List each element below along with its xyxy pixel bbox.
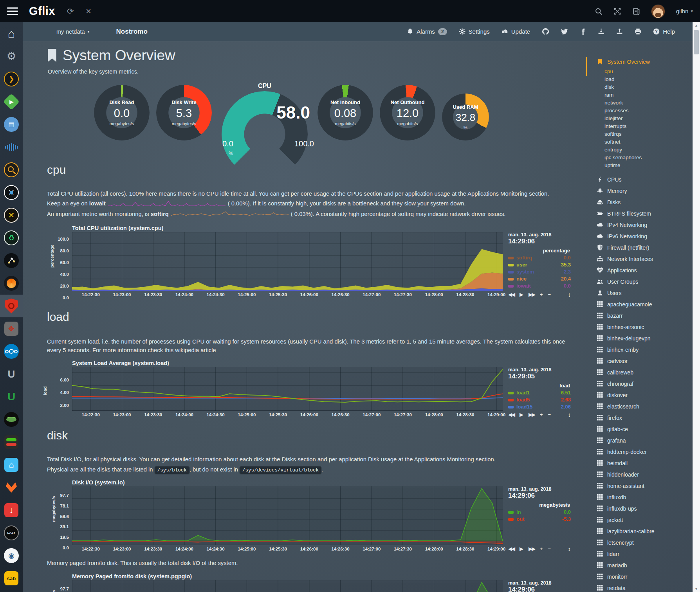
toc-item-load[interactable]: load bbox=[586, 75, 696, 83]
import-snapshot-icon[interactable] bbox=[598, 28, 604, 35]
play-button[interactable]: ▶ bbox=[520, 412, 523, 417]
zoom-in-button[interactable]: + bbox=[540, 546, 543, 552]
toc-item-memory[interactable]: Memory bbox=[586, 185, 696, 196]
net-outbound-gauge[interactable]: Net Outbound12.0megabits/s bbox=[380, 85, 435, 140]
facebook-icon[interactable] bbox=[580, 29, 586, 35]
toc-item-ipc-semaphores[interactable]: ipc semaphores bbox=[586, 153, 696, 161]
chart-plot-area[interactable]: 14:22:3014:23:0014:23:3014:24:0014:24:30… bbox=[72, 580, 503, 592]
toc-item-lazylibrarian-calibre[interactable]: lazylibrarian-calibre bbox=[586, 525, 696, 537]
red-cubes-icon[interactable]: ❖ bbox=[0, 317, 23, 340]
toc-item-idlejitter[interactable]: idlejitter bbox=[586, 114, 696, 122]
toc-item-network-interfaces[interactable]: Network Interfaces bbox=[586, 253, 696, 265]
toc-item-binhex-airsonic[interactable]: binhex-airsonic bbox=[586, 321, 696, 333]
print-icon[interactable] bbox=[635, 28, 641, 35]
toc-item-applications[interactable]: Applications bbox=[586, 265, 696, 276]
zoom-out-button[interactable]: − bbox=[548, 292, 551, 297]
toc-item-gitlab-ce[interactable]: gitlab-ce bbox=[586, 423, 696, 435]
legend-row-in[interactable]: in0.0 bbox=[508, 509, 571, 516]
toc-item-letsencrypt[interactable]: letsencrypt bbox=[586, 537, 696, 548]
sabnzbd-icon[interactable]: sab bbox=[0, 567, 23, 590]
wikipedia-link[interactable]: this wikipedia article bbox=[164, 347, 216, 353]
user-menu[interactable]: gilbn ▾ bbox=[676, 8, 693, 14]
pan-backward-button[interactable]: ◀◀ bbox=[508, 546, 514, 552]
toc-item-influxdb[interactable]: influxdb bbox=[586, 491, 696, 503]
disk-read-gauge[interactable]: Disk Read0.0megabytes/s bbox=[94, 85, 150, 140]
toc-item-user-groups[interactable]: User Groups bbox=[586, 276, 696, 287]
settings-button[interactable]: Settings bbox=[459, 28, 490, 35]
toc-item-grafana[interactable]: grafana bbox=[586, 435, 696, 446]
toc-item-interrupts[interactable]: interrupts bbox=[586, 122, 696, 130]
toc-item-heimdall[interactable]: heimdall bbox=[586, 457, 696, 469]
toc-item-cpu[interactable]: cpu bbox=[586, 67, 696, 75]
toc-item-diskover[interactable]: diskover bbox=[586, 389, 696, 401]
legend-row-out[interactable]: out-5.3 bbox=[508, 516, 571, 523]
play-button[interactable]: ▶ bbox=[520, 292, 523, 297]
saucer-icon[interactable] bbox=[0, 408, 23, 431]
resize-handle[interactable]: ↕ bbox=[568, 291, 571, 298]
green-u-icon[interactable]: U bbox=[0, 385, 23, 408]
toc-item-ipv6-networking[interactable]: IPv6 Networking bbox=[586, 230, 696, 242]
pan-forward-button[interactable]: ▶▶ bbox=[529, 292, 535, 297]
drone-x-yellow-icon[interactable]: ✕ bbox=[0, 204, 23, 227]
pan-backward-button[interactable]: ◀◀ bbox=[508, 292, 514, 297]
toc-item-chronograf[interactable]: chronograf bbox=[586, 378, 696, 389]
toc-item-entropy[interactable]: entropy bbox=[586, 146, 696, 153]
toc-item-elasticsearch[interactable]: elasticsearch bbox=[586, 401, 696, 412]
toc-item-netdata[interactable]: netdata bbox=[586, 582, 696, 592]
toc-item-cpus[interactable]: CPUs bbox=[586, 174, 696, 185]
toc-item-disk[interactable]: disk bbox=[586, 83, 696, 91]
status-pills-icon[interactable] bbox=[0, 431, 23, 453]
network-nodes-icon[interactable] bbox=[0, 249, 23, 272]
fullscreen-expand-icon[interactable] bbox=[613, 7, 621, 15]
legend-row-user[interactable]: user35.3 bbox=[508, 261, 571, 268]
drone-x-white-icon[interactable]: ✕ bbox=[0, 181, 23, 204]
memory-paged-chart[interactable]: Memory Paged from/to disk (system.pgpgio… bbox=[47, 573, 571, 592]
unifi-icon[interactable]: U bbox=[0, 363, 23, 385]
home-icon[interactable]: ⌂ bbox=[0, 22, 23, 45]
hamburger-menu-icon[interactable] bbox=[7, 7, 18, 15]
zoom-in-button[interactable]: + bbox=[540, 292, 543, 297]
toc-item-ipv4-networking[interactable]: IPv4 Networking bbox=[586, 219, 696, 230]
toc-item-calibreweb[interactable]: calibreweb bbox=[586, 367, 696, 378]
close-tab-icon[interactable]: ✕ bbox=[86, 7, 92, 16]
toc-item-users[interactable]: Users bbox=[586, 287, 696, 299]
lazylibrarian-icon[interactable]: LAZY bbox=[0, 522, 23, 544]
chart-plot-area[interactable]: 14:22:3014:23:0014:23:3014:24:0014:24:30… bbox=[72, 232, 503, 299]
emby-icon[interactable]: ▶ bbox=[0, 90, 23, 113]
changelog-pages-icon[interactable] bbox=[632, 7, 640, 15]
pan-forward-button[interactable]: ▶▶ bbox=[529, 412, 535, 417]
toc-item-softirqs[interactable]: softirqs bbox=[586, 130, 696, 138]
used-ram-gauge[interactable]: Used RAM32.8% bbox=[442, 94, 489, 140]
recycle-green-icon[interactable]: ♻ bbox=[0, 227, 23, 249]
toc-item-system-overview[interactable]: System Overview bbox=[586, 56, 696, 67]
user-avatar[interactable] bbox=[651, 4, 665, 18]
toc-item-ram[interactable]: ram bbox=[586, 91, 696, 99]
toc-item-bazarr[interactable]: bazarr bbox=[586, 310, 696, 321]
toc-item-lidarr[interactable]: lidarr bbox=[586, 548, 696, 560]
scrollbar-thumb[interactable] bbox=[694, 30, 699, 54]
pan-forward-button[interactable]: ▶▶ bbox=[529, 546, 535, 552]
disk-io-chart[interactable]: Disk I/O (system.io)megabytes/s0.019.539… bbox=[47, 479, 571, 553]
pan-backward-button[interactable]: ◀◀ bbox=[508, 412, 514, 417]
chart-plot-area[interactable]: 14:22:3014:23:0014:23:3014:24:0014:24:30… bbox=[72, 367, 503, 419]
disk-write-gauge[interactable]: Disk Write5.3megabytes/s bbox=[156, 85, 212, 140]
server-dropdown[interactable]: my-netdata ▾ bbox=[56, 29, 90, 35]
alarms-button[interactable]: Alarms 2 bbox=[407, 28, 447, 35]
download-app-icon[interactable]: ↓ bbox=[0, 499, 23, 522]
cpu-utilization-chart[interactable]: Total CPU utilization (system.cpu)percen… bbox=[47, 225, 571, 299]
update-button[interactable]: Update bbox=[502, 28, 530, 35]
zoom-out-button[interactable]: − bbox=[548, 412, 551, 417]
droplet-icon[interactable]: ◉ bbox=[0, 544, 23, 567]
refresh-icon[interactable]: ⟳ bbox=[67, 7, 74, 16]
toc-item-hddtemp-docker[interactable]: hddtemp-docker bbox=[586, 446, 696, 457]
vertical-scrollbar[interactable]: ▲ ▼ bbox=[693, 22, 700, 592]
scrollbar-down-arrow[interactable]: ▼ bbox=[695, 586, 698, 592]
twitter-icon[interactable] bbox=[561, 29, 568, 35]
toc-item-hiddenloader[interactable]: hiddenloader bbox=[586, 469, 696, 480]
scrollbar-up-arrow[interactable]: ▲ bbox=[695, 22, 698, 29]
search-icon[interactable] bbox=[595, 7, 603, 15]
toc-item-firewall-netfilter-[interactable]: Firewall (netfilter) bbox=[586, 242, 696, 253]
net-inbound-gauge[interactable]: Net Inbound0.08megabits/s bbox=[318, 85, 373, 140]
github-icon[interactable] bbox=[542, 28, 549, 35]
toc-item-network[interactable]: network bbox=[586, 99, 696, 106]
